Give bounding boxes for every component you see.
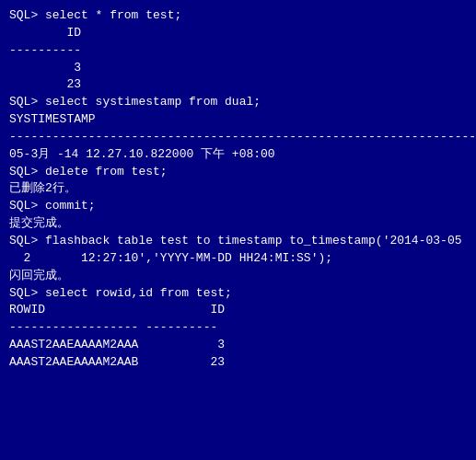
terminal-line-cmd1: SQL> select * from test; xyxy=(9,7,467,25)
terminal-line-sep3: ------------------ ---------- xyxy=(9,319,467,337)
terminal-line-row1b: AAAST2AAEAAAAM2AAB 23 xyxy=(9,354,467,372)
terminal-line-out1: 已删除2行。 xyxy=(9,180,467,198)
terminal-line-out3: 闪回完成。 xyxy=(9,268,467,285)
terminal-window: SQL> select * from test; ID---------- 3 … xyxy=(9,7,467,372)
terminal-line-col1: ID xyxy=(9,25,467,42)
terminal-line-row1a: AAAST2AAEAAAAM2AAA 3 xyxy=(9,337,467,354)
terminal-line-sep1: ---------- xyxy=(9,42,467,60)
terminal-line-sep2: ----------------------------------------… xyxy=(9,129,467,146)
terminal-line-cmd6: SQL> select rowid,id from test; xyxy=(9,285,467,303)
terminal-line-cmd5b: 2 12:27:10','YYYY-MM-DD HH24:MI:SS'); xyxy=(9,250,467,268)
terminal-line-val1: 3 xyxy=(9,60,467,77)
terminal-line-cmd2: SQL> select systimestamp from dual; xyxy=(9,94,467,111)
terminal-line-col3: ROWID ID xyxy=(9,302,467,319)
terminal-line-cmd3: SQL> delete from test; xyxy=(9,164,467,181)
terminal-line-cmd4: SQL> commit; xyxy=(9,198,467,215)
terminal-line-val3: 05-3月 -14 12.27.10.822000 下午 +08:00 xyxy=(9,146,467,164)
terminal-line-out2: 提交完成。 xyxy=(9,215,467,233)
terminal-line-col2: SYSTIMESTAMP xyxy=(9,111,467,129)
terminal-line-val2: 23 xyxy=(9,76,467,94)
terminal-line-cmd5a: SQL> flashback table test to timestamp t… xyxy=(9,233,467,250)
